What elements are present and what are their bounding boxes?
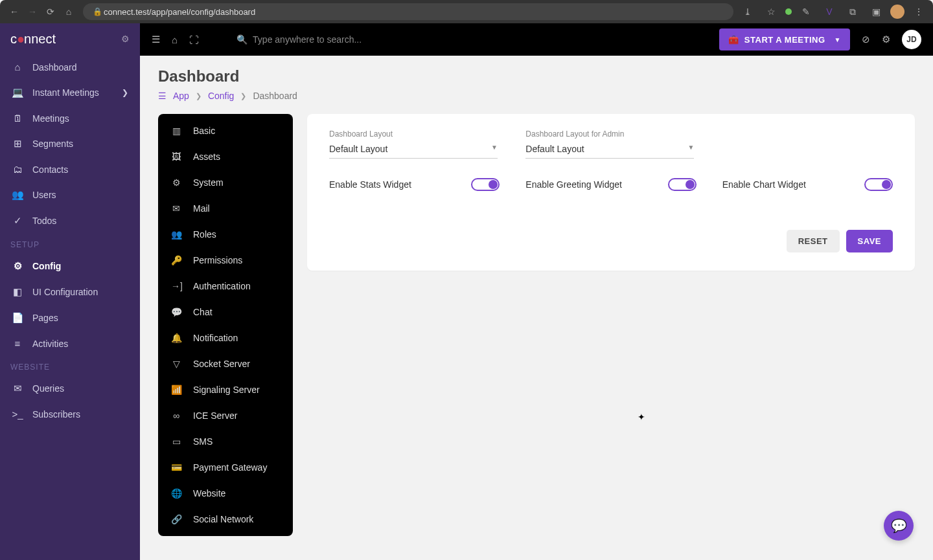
brand-logo[interactable]: c●nnect ⚙: [0, 23, 140, 54]
config-nav-sms[interactable]: ▭SMS: [158, 429, 293, 454]
sidebar-item-queries[interactable]: ✉Queries: [0, 375, 140, 401]
config-nav-signaling-server[interactable]: 📶Signaling Server: [158, 377, 293, 403]
config-nav-website[interactable]: 🌐Website: [158, 480, 293, 506]
chevron-right-icon: ❯: [122, 88, 128, 97]
reload-icon[interactable]: ⟳: [41, 6, 60, 17]
breadcrumb-app[interactable]: App: [173, 91, 189, 101]
permissions-icon: 🔑: [171, 255, 181, 265]
sidebar-item-meetings[interactable]: 🗓Meetings: [0, 106, 140, 131]
sidebar-item-label: Todos: [32, 216, 56, 226]
config-nav-permissions[interactable]: 🔑Permissions: [158, 247, 293, 273]
config-nav-social-network[interactable]: 🔗Social Network: [158, 506, 293, 532]
config-nav-notification[interactable]: 🔔Notification: [158, 325, 293, 351]
sidebar-item-todos[interactable]: ✓Todos: [0, 208, 140, 234]
breadcrumb-toggle-icon[interactable]: ☰: [158, 91, 167, 101]
save-button[interactable]: SAVE: [846, 230, 893, 252]
toolbox-icon: 🧰: [728, 35, 739, 45]
settings-icon[interactable]: ⚙: [882, 34, 890, 45]
chat-fab[interactable]: 💬: [884, 511, 914, 541]
pen-icon[interactable]: ✎: [797, 6, 815, 17]
sidebar-item-subscribers[interactable]: >_Subscribers: [0, 401, 140, 427]
config-nav-socket-server[interactable]: ▽Socket Server: [158, 351, 293, 377]
sidebar-item-segments[interactable]: ⊞Segments: [0, 131, 140, 157]
sidepanel-icon[interactable]: ▣: [867, 6, 885, 17]
home-icon[interactable]: ⌂: [172, 34, 178, 45]
toggle-knob-icon: [489, 180, 498, 189]
expand-icon[interactable]: ⛶: [189, 34, 199, 45]
config-nav-system[interactable]: ⚙System: [158, 170, 293, 196]
select-admin-layout[interactable]: Default Layout ▼: [525, 140, 694, 159]
sidebar-item-ui-configuration[interactable]: ◧UI Configuration: [0, 279, 140, 305]
chevron-right-icon: ❯: [240, 92, 246, 100]
sidebar-item-label: Dashboard: [32, 62, 77, 73]
config-nav-assets[interactable]: 🖼Assets: [158, 144, 293, 170]
field-dashboard-layout: Dashboard Layout Default Layout ▼: [329, 129, 500, 159]
config-nav-basic[interactable]: ▥Basic: [158, 118, 293, 144]
reset-button[interactable]: RESET: [787, 230, 840, 252]
global-search[interactable]: 🔍 Type anywhere to search...: [236, 34, 466, 45]
bookmark-icon[interactable]: ☆: [762, 6, 780, 17]
toggle-switch[interactable]: [864, 178, 893, 191]
config-nav-chat[interactable]: 💬Chat: [158, 299, 293, 325]
config-nav-label: Signaling Server: [193, 385, 260, 395]
topbar: ☰ ⌂ ⛶ 🔍 Type anywhere to search... 🧰 STA…: [140, 23, 933, 56]
user-avatar[interactable]: JD: [902, 30, 921, 49]
browser-avatar-icon[interactable]: [890, 5, 904, 19]
users-icon: 👥: [12, 189, 23, 201]
breadcrumb-config[interactable]: Config: [208, 91, 234, 101]
triangle-down-icon: ▼: [491, 144, 498, 154]
meetings-icon: 🗓: [12, 113, 23, 124]
brand-post: nnect: [24, 32, 56, 47]
start-meeting-button[interactable]: 🧰 START A MEETING ▼: [719, 28, 850, 50]
notification-icon: 🔔: [171, 333, 181, 343]
config-nav-mail[interactable]: ✉Mail: [158, 196, 293, 221]
config-nav-label: Permissions: [193, 255, 242, 265]
sidebar-item-dashboard[interactable]: ⌂Dashboard: [0, 54, 140, 80]
sidebar-item-pages[interactable]: 📄Pages: [0, 305, 140, 331]
config-nav-ice-server[interactable]: ∞ICE Server: [158, 403, 293, 429]
address-bar[interactable]: 🔒 connect.test/app/panel/config/dashboar…: [83, 3, 733, 20]
brand-pre: c: [10, 32, 17, 47]
extensions-icon[interactable]: ⧉: [844, 6, 862, 17]
sidebar-item-config[interactable]: ⚙Config: [0, 253, 140, 279]
config-nav-label: Website: [193, 488, 225, 498]
install-icon[interactable]: ⤓: [739, 6, 757, 17]
search-placeholder: Type anywhere to search...: [253, 34, 362, 45]
toggle-enable-chart-widget: Enable Chart Widget: [722, 178, 893, 191]
toggle-label: Enable Chart Widget: [722, 179, 806, 190]
payment-gateway-icon: 💳: [171, 462, 181, 473]
sidebar-item-contacts[interactable]: 🗂Contacts: [0, 157, 140, 182]
sidebar-main-group: ⌂Dashboard💻Instant Meetings❯🗓Meetings⊞Se…: [0, 54, 140, 234]
back-icon[interactable]: ←: [5, 6, 23, 17]
browser-chrome: ← → ⟳ ⌂ 🔒 connect.test/app/panel/config/…: [0, 0, 933, 23]
sms-icon: ▭: [171, 436, 181, 447]
sidebar-item-instant-meetings[interactable]: 💻Instant Meetings❯: [0, 80, 140, 106]
config-nav-roles[interactable]: 👥Roles: [158, 221, 293, 247]
v-icon[interactable]: V: [820, 6, 838, 17]
check-icon[interactable]: ⊘: [862, 34, 870, 45]
config-nav-authentication[interactable]: →]Authentication: [158, 273, 293, 299]
toggle-switch[interactable]: [471, 178, 500, 191]
social-network-icon: 🔗: [171, 514, 181, 524]
hamburger-icon[interactable]: ☰: [152, 34, 160, 45]
extension-dot-icon[interactable]: [785, 8, 792, 15]
forward-icon[interactable]: →: [23, 6, 41, 17]
ui-configuration-icon: ◧: [12, 286, 23, 298]
config-nav-label: Chat: [193, 307, 213, 317]
config-nav-label: Socket Server: [193, 359, 250, 369]
config-nav-label: Authentication: [193, 281, 251, 291]
field-spacer: [722, 129, 893, 159]
dashboard-icon: ⌂: [12, 62, 23, 73]
segments-icon: ⊞: [12, 138, 23, 150]
config-nav-label: SMS: [193, 436, 213, 447]
home-icon[interactable]: ⌂: [60, 6, 78, 17]
select-dashboard-layout[interactable]: Default Layout ▼: [329, 140, 498, 159]
sidebar-item-activities[interactable]: ≡Activities: [0, 331, 140, 356]
sidebar-item-users[interactable]: 👥Users: [0, 182, 140, 208]
chat-icon: 💬: [891, 518, 907, 533]
site-info-icon[interactable]: 🔒: [91, 7, 104, 16]
config-nav-payment-gateway[interactable]: 💳Payment Gateway: [158, 454, 293, 480]
menu-icon[interactable]: ⋮: [910, 6, 928, 17]
brand-gear-icon[interactable]: ⚙: [121, 34, 130, 44]
toggle-switch[interactable]: [668, 178, 697, 191]
